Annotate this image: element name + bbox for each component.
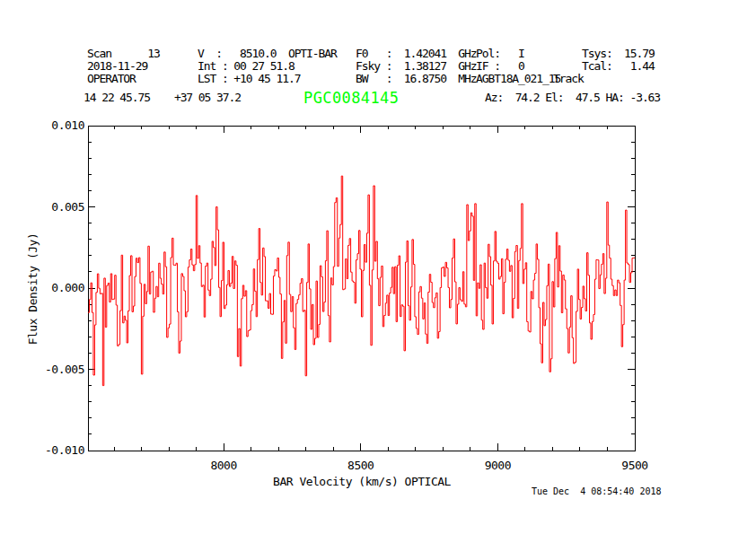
x-tick-label: 9500 bbox=[621, 459, 647, 472]
x-tick-label: 9000 bbox=[485, 459, 511, 472]
fsky-field: Fsky : 1.38127 GHz bbox=[356, 60, 477, 73]
y-tick-label: 0.000 bbox=[25, 281, 84, 294]
timestamp: Tue Dec 4 08:54:40 2018 bbox=[532, 486, 662, 496]
integration-field: Int : 00 27 51.8 bbox=[198, 60, 294, 73]
project-field: AGBT18A_021_15 bbox=[476, 73, 560, 85]
procedure-field: Track bbox=[553, 73, 584, 85]
if-field: IF : 0 bbox=[476, 60, 524, 73]
lst-field: LST : +10 45 11.7 bbox=[198, 73, 300, 85]
bandwidth-field: BW : 16.8750 MHz bbox=[356, 73, 477, 85]
gbtidl-plotter-window: Scan 13 V : 8510.0 OPTI-BAR F0 : 1.42041… bbox=[0, 0, 756, 534]
spectrum-plot bbox=[87, 125, 637, 453]
azelha-field: Az: 74.2 El: 47.5 HA: -3.63 bbox=[485, 92, 660, 104]
coordinates-field: 14 22 45.75 +37 05 37.2 bbox=[84, 92, 241, 104]
y-tick-label: 0.010 bbox=[25, 118, 84, 132]
pol-field: Pol: I bbox=[476, 48, 524, 60]
date-field: 2018-11-29 bbox=[87, 60, 147, 73]
tsys-field: Tsys: 15.79 bbox=[582, 48, 655, 60]
f0-field: F0 : 1.42041 GHz bbox=[356, 48, 477, 60]
spectrum-trace bbox=[88, 176, 635, 385]
source-name: PGC0084145 bbox=[303, 90, 399, 106]
tcal-field: Tcal: 1.44 bbox=[582, 60, 655, 73]
x-tick-label: 8000 bbox=[210, 459, 236, 472]
x-axis-title: BAR Velocity (km/s) OPTICAL bbox=[273, 475, 451, 488]
y-tick-label: -0.005 bbox=[25, 363, 84, 376]
x-tick-label: 8500 bbox=[347, 459, 374, 472]
observer-field: OPERATOR bbox=[87, 73, 136, 85]
y-tick-label: 0.005 bbox=[25, 200, 84, 214]
scan-field: Scan 13 bbox=[87, 48, 160, 60]
velocity-field: V : 8510.0 OPTI-BAR bbox=[198, 48, 337, 60]
y-tick-label: -0.010 bbox=[25, 443, 84, 457]
